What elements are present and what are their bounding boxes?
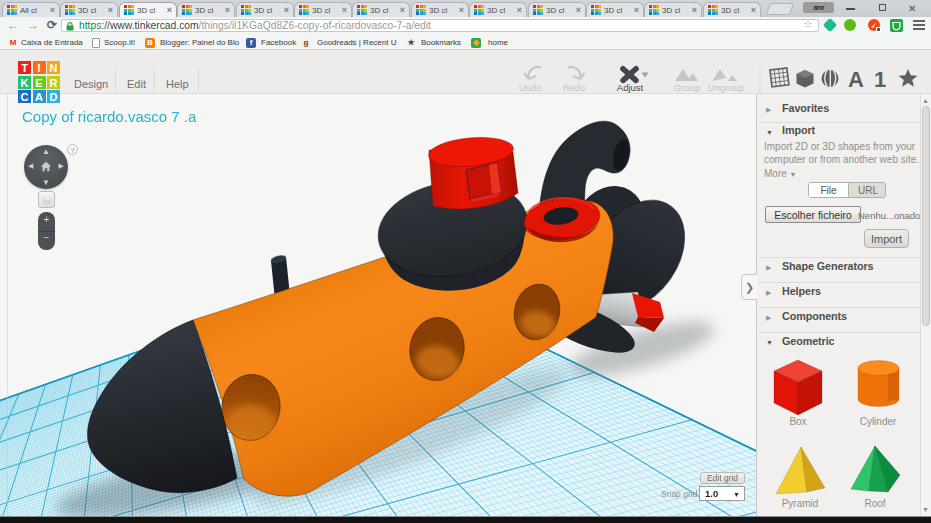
svg-text:1: 1 [874, 67, 886, 92]
svg-text:A: A [848, 67, 864, 92]
